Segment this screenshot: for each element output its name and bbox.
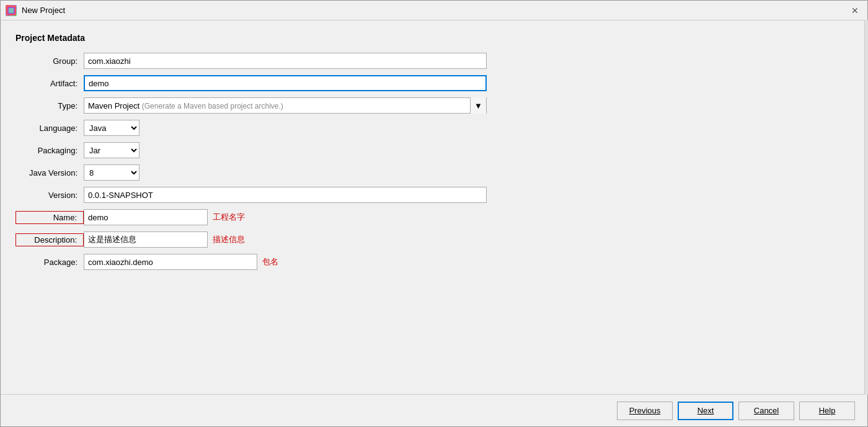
new-project-window: New Project ✕ Project Metadata Group: Ar…: [0, 0, 868, 427]
description-row: Description: 描述信息: [16, 231, 852, 248]
package-input[interactable]: [84, 254, 257, 270]
previous-button[interactable]: Previous: [617, 402, 673, 420]
close-button[interactable]: ✕: [848, 3, 862, 18]
java-version-row: Java Version: 8 11 17 21: [16, 164, 852, 181]
version-row: Version:: [16, 187, 852, 203]
name-input[interactable]: [84, 209, 208, 225]
name-annotation: 工程名字: [213, 212, 245, 223]
name-label: Name:: [16, 211, 84, 224]
packaging-select[interactable]: Jar War: [84, 142, 140, 158]
language-label: Language:: [16, 124, 84, 133]
artifact-input[interactable]: [84, 75, 487, 91]
description-input[interactable]: [84, 231, 208, 248]
packaging-label: Packaging:: [16, 146, 84, 155]
package-label: Package:: [16, 258, 84, 267]
language-select[interactable]: Java Kotlin Groovy: [84, 120, 140, 136]
help-button[interactable]: Help: [799, 402, 855, 420]
java-version-select[interactable]: 8 11 17 21: [84, 164, 140, 181]
type-value: Maven Project (Generate a Maven based pr…: [84, 100, 470, 112]
group-row: Group:: [16, 53, 852, 69]
section-title: Project Metadata: [16, 33, 852, 43]
cancel-button[interactable]: Cancel: [738, 402, 794, 420]
svg-rect-2: [9, 8, 14, 13]
java-version-label: Java Version:: [16, 168, 84, 178]
group-input[interactable]: [84, 53, 487, 69]
footer: Previous Next Cancel Help: [1, 394, 867, 426]
app-icon: [6, 5, 17, 16]
language-row: Language: Java Kotlin Groovy: [16, 120, 852, 136]
version-label: Version:: [16, 191, 84, 200]
type-label: Type:: [16, 101, 84, 110]
type-selector[interactable]: Maven Project (Generate a Maven based pr…: [84, 97, 487, 114]
title-bar: New Project ✕: [1, 1, 867, 20]
package-row: Package: 包名: [16, 254, 852, 270]
packaging-row: Packaging: Jar War: [16, 142, 852, 158]
name-row: Name: 工程名字: [16, 209, 852, 225]
type-dropdown-arrow[interactable]: ▼: [470, 97, 486, 114]
artifact-label: Artifact:: [16, 79, 84, 88]
window-title: New Project: [22, 6, 848, 15]
version-input[interactable]: [84, 187, 487, 203]
artifact-row: Artifact:: [16, 75, 852, 91]
group-label: Group:: [16, 56, 84, 66]
type-desc: (Generate a Maven based project archive.…: [142, 102, 283, 110]
main-content: Project Metadata Group: Artifact: Type: …: [1, 20, 867, 394]
package-annotation: 包名: [262, 256, 278, 267]
next-button[interactable]: Next: [678, 402, 733, 420]
type-row: Type: Maven Project (Generate a Maven ba…: [16, 97, 852, 114]
description-annotation: 描述信息: [213, 234, 245, 245]
description-label: Description:: [16, 233, 84, 246]
scroll-edge: [864, 20, 868, 395]
